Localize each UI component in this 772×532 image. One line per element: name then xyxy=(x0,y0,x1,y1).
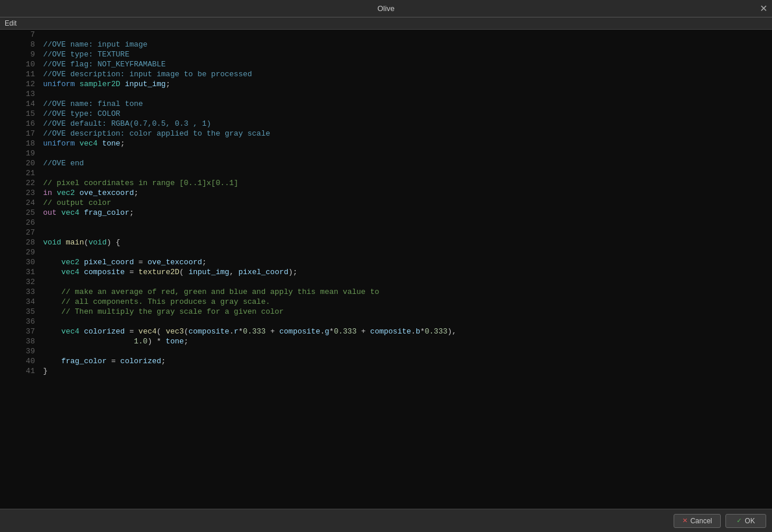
code-line: 37 vec4 colorized = vec4( vec3(composite… xyxy=(0,327,772,336)
code-line: 26 xyxy=(0,218,772,228)
code-line: 20 //OVE end xyxy=(0,158,772,168)
menu-edit[interactable]: Edit xyxy=(5,19,17,27)
code-line: 25 out vec4 frag_color; xyxy=(0,208,772,218)
cancel-button[interactable]: ✕ Cancel xyxy=(674,514,721,528)
code-line: 38 1.0) * tone; xyxy=(0,336,772,346)
cancel-label: Cancel xyxy=(690,517,712,525)
code-editor[interactable]: 7 8 //OVE name: input image 9 //OVE type… xyxy=(0,30,772,509)
code-line: 27 xyxy=(0,228,772,237)
code-line: 40 frag_color = colorized; xyxy=(0,356,772,366)
code-line: 8 //OVE name: input image xyxy=(0,40,772,49)
code-line: 41 } xyxy=(0,366,772,376)
code-line: 22 // pixel coordinates in range [0..1]x… xyxy=(0,178,772,188)
ok-label: OK xyxy=(745,517,755,525)
footer-bar: ✕ Cancel ✓ OK xyxy=(0,509,772,532)
code-line: 10 //OVE flag: NOT_KEYFRAMABLE xyxy=(0,59,772,69)
code-line: 17 //OVE description: color applied to t… xyxy=(0,129,772,139)
cancel-icon: ✕ xyxy=(682,517,688,524)
code-line: 28 void main(void) { xyxy=(0,237,772,247)
code-line: 7 xyxy=(0,30,772,40)
code-line: 32 xyxy=(0,277,772,287)
code-line: 35 // Then multiply the gray scale for a… xyxy=(0,307,772,317)
code-line: 29 xyxy=(0,247,772,257)
code-line: 13 xyxy=(0,89,772,99)
code-line: 30 vec2 pixel_coord = ove_texcoord; xyxy=(0,257,772,267)
code-line: 12 uniform sampler2D input_img; xyxy=(0,79,772,89)
code-line: 23 in vec2 ove_texcoord; xyxy=(0,188,772,198)
window-title: Olive xyxy=(377,4,395,13)
editor-container: 7 8 //OVE name: input image 9 //OVE type… xyxy=(0,30,772,509)
code-line: 18 uniform vec4 tone; xyxy=(0,139,772,148)
title-bar: Olive ✕ xyxy=(0,0,772,17)
code-line: 36 xyxy=(0,317,772,327)
code-line: 14 //OVE name: final tone xyxy=(0,99,772,109)
code-line: 21 xyxy=(0,168,772,178)
code-line: 19 xyxy=(0,148,772,158)
code-line: 39 xyxy=(0,346,772,356)
code-line: 9 //OVE type: TEXTURE xyxy=(0,49,772,59)
ok-button[interactable]: ✓ OK xyxy=(725,514,766,528)
close-button[interactable]: ✕ xyxy=(760,4,767,13)
ok-icon: ✓ xyxy=(736,517,742,524)
code-line: 33 // make an average of red, green and … xyxy=(0,287,772,297)
code-line: 16 //OVE default: RGBA(0.7,0.5, 0.3 , 1) xyxy=(0,119,772,129)
menu-bar: Edit xyxy=(0,17,772,30)
code-line: 11 //OVE description: input image to be … xyxy=(0,69,772,79)
code-line: 15 //OVE type: COLOR xyxy=(0,109,772,119)
code-line: 31 vec4 composite = texture2D( input_img… xyxy=(0,267,772,277)
code-lines: 7 8 //OVE name: input image 9 //OVE type… xyxy=(0,30,772,376)
code-line: 34 // all components. This produces a gr… xyxy=(0,297,772,307)
code-line: 24 // output color xyxy=(0,198,772,208)
